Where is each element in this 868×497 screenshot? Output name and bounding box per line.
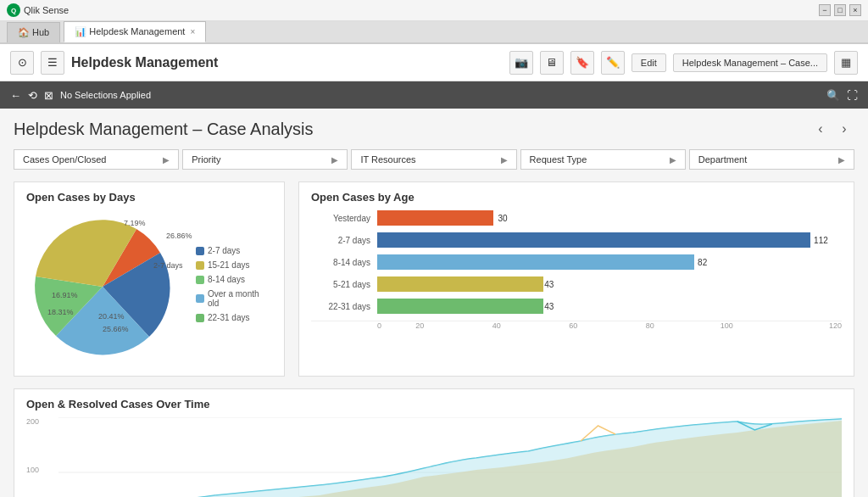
- bar-fill-22-31: [377, 299, 543, 314]
- menu-button[interactable]: ☰: [41, 51, 64, 75]
- tab-close-icon[interactable]: ×: [190, 27, 195, 36]
- tab-hub-label: 🏠 Hub: [18, 27, 49, 38]
- bar-label-2-7: 2-7 days: [311, 236, 370, 245]
- bar-row-yesterday: Yesterday 30: [311, 210, 842, 226]
- filter-it-resources[interactable]: IT Resources ▶: [351, 149, 516, 170]
- bar-value-2-7: 112: [814, 232, 828, 248]
- grid-button[interactable]: ▦: [834, 51, 858, 75]
- no-selections-text: No Selections Applied: [60, 90, 151, 100]
- filter-bar: Cases Open/Closed ▶ Priority ▶ IT Resour…: [14, 149, 854, 170]
- open-cases-by-days-panel: Open Cases by Days: [14, 181, 285, 377]
- filter-request-arrow: ▶: [670, 155, 676, 165]
- open-resolved-title: Open & Resolved Cases Over Time: [26, 398, 842, 410]
- bar-value-8-14: 82: [698, 254, 707, 270]
- app-name-label: Helpdesk Management – Case...: [682, 58, 818, 68]
- undo-icon[interactable]: ←: [10, 89, 21, 102]
- pie-legend-item: Over a month old: [196, 289, 272, 308]
- open-cases-by-age-panel: Open Cases by Age Yesterday 30 2-7 days …: [298, 181, 854, 377]
- title-bar: Q Qlik Sense − □ ×: [0, 0, 868, 21]
- toolbar-right: 📷 🖥 🔖 ✏️ Edit Helpdesk Management – Case…: [509, 51, 858, 75]
- prev-arrow[interactable]: ‹: [810, 119, 831, 139]
- filter-priority-label: Priority: [192, 154, 220, 165]
- axis-80: 80: [612, 321, 689, 330]
- pie-legend: 2-7 days 15-21 days 8-14 days Over a mon…: [196, 246, 272, 327]
- pie-dot-8-14: [196, 276, 204, 284]
- reset-icon[interactable]: ⟲: [28, 89, 37, 102]
- pie-label-8-14: 8-14 days: [208, 275, 245, 284]
- filter-it-label: IT Resources: [360, 154, 415, 165]
- filter-priority[interactable]: Priority ▶: [182, 149, 348, 170]
- filter-it-arrow: ▶: [501, 155, 508, 165]
- edit-button[interactable]: Edit: [632, 53, 666, 72]
- axis-60: 60: [535, 321, 612, 330]
- bar-track-22-31: 43: [377, 299, 842, 314]
- bar-axis: 0 20 40 60 80 100 120: [311, 321, 842, 330]
- bar-value-5-21: 43: [544, 276, 554, 292]
- edit-label: Edit: [641, 58, 657, 68]
- pencil-icon: ✏️: [601, 51, 625, 75]
- bar-track-8-14: 82: [377, 254, 842, 270]
- clear-icon[interactable]: ⊠: [44, 89, 53, 102]
- page-header: Helpdesk Management – Case Analysis ‹ ›: [14, 119, 854, 139]
- camera-button[interactable]: 📷: [509, 51, 533, 75]
- bar-row-22-31: 22-31 days 43: [311, 299, 842, 314]
- pie-label-2-7: 2-7 days: [208, 246, 240, 255]
- bar-label-22-31: 22-31 days: [311, 302, 370, 311]
- pie-dot-15-21: [196, 261, 204, 270]
- page-title: Helpdesk Management – Case Analysis: [14, 120, 314, 139]
- bar-row-2-7: 2-7 days 112: [311, 232, 842, 248]
- close-button[interactable]: ×: [849, 4, 861, 16]
- bar-fill-5-21: [377, 276, 543, 292]
- filter-request-type[interactable]: Request Type ▶: [520, 149, 686, 170]
- filter-cases-open-closed[interactable]: Cases Open/Closed ▶: [14, 149, 179, 170]
- bar-label-5-21: 5-21 days: [311, 280, 370, 289]
- app-toolbar: ⊙ ☰ Helpdesk Management 📷 🖥 🔖 ✏️ Edit He…: [0, 44, 868, 81]
- pie-dot-over-month: [196, 294, 204, 303]
- filter-dept-label: Department: [698, 154, 747, 165]
- next-arrow[interactable]: ›: [834, 119, 854, 139]
- filter-department[interactable]: Department ▶: [689, 149, 854, 170]
- search-icon[interactable]: 🔍: [826, 89, 840, 102]
- pie-label-over-month: Over a month old: [208, 289, 272, 308]
- bookmark-button[interactable]: 🔖: [570, 51, 594, 75]
- charts-top-row: Open Cases by Days: [14, 181, 854, 377]
- selection-bar-left: ← ⟲ ⊠ No Selections Applied: [10, 89, 151, 102]
- pie-dot-22-31: [196, 314, 204, 322]
- bar-fill-8-14: [377, 254, 694, 270]
- line-chart-area: 10/12/2... 10/26/2... 11/09/2... 11/23/2…: [58, 417, 842, 497]
- bar-label-8-14: 8-14 days: [311, 258, 370, 267]
- filter-priority-arrow: ▶: [331, 155, 338, 165]
- toolbar-left: ⊙ ☰ Helpdesk Management: [10, 51, 218, 75]
- filter-cases-arrow: ▶: [163, 155, 170, 165]
- bar-row-5-21: 5-21 days 43: [311, 276, 842, 292]
- bar-row-8-14: 8-14 days 82: [311, 254, 842, 270]
- line-chart-container: 200 100 0: [26, 417, 842, 497]
- open-resolved-panel: Open & Resolved Cases Over Time 200 100 …: [14, 388, 854, 497]
- maximize-button[interactable]: □: [834, 4, 846, 16]
- app-name-button[interactable]: Helpdesk Management – Case...: [673, 53, 827, 72]
- selection-bar: ← ⟲ ⊠ No Selections Applied 🔍 ⛶: [0, 81, 868, 109]
- minimize-button[interactable]: −: [819, 4, 831, 16]
- pie-legend-item: 22-31 days: [196, 313, 272, 322]
- axis-20: 20: [381, 321, 459, 330]
- monitor-button[interactable]: 🖥: [540, 51, 564, 75]
- open-cases-by-age-title: Open Cases by Age: [311, 191, 842, 204]
- pie-legend-item: 15-21 days: [196, 260, 272, 270]
- qlik-logo: Q: [7, 3, 20, 17]
- tab-hub[interactable]: 🏠 Hub: [7, 22, 60, 42]
- pie-label-15-21: 15-21 days: [208, 260, 249, 270]
- pie-legend-item: 8-14 days: [196, 275, 272, 284]
- tab-helpdesk[interactable]: 📊 Helpdesk Management ×: [64, 21, 206, 42]
- bar-fill-2-7: [377, 232, 810, 248]
- back-button[interactable]: ⊙: [10, 51, 34, 75]
- nav-arrows: ‹ ›: [810, 119, 854, 139]
- bar-track-yesterday: 30: [377, 210, 842, 226]
- y-label-100: 100: [26, 466, 52, 474]
- window-controls[interactable]: − □ ×: [819, 4, 861, 16]
- open-cases-by-days-title: Open Cases by Days: [26, 191, 272, 204]
- selection-bar-right: 🔍 ⛶: [826, 89, 858, 102]
- bar-fill-yesterday: [377, 210, 493, 226]
- qlik-brand: Q Qlik Sense: [7, 3, 69, 17]
- fullscreen-icon[interactable]: ⛶: [847, 89, 858, 102]
- axis-100: 100: [688, 321, 765, 330]
